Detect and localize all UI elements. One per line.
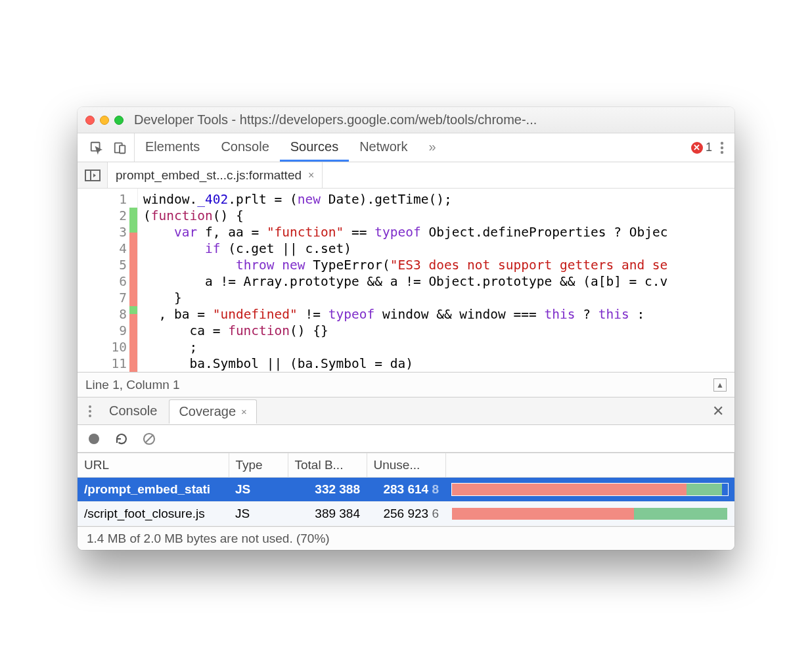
- coverage-summary: 1.4 MB of 2.0 MB bytes are not used. (70…: [78, 526, 734, 550]
- zoom-window-button[interactable]: [114, 116, 124, 125]
- table-row[interactable]: /prompt_embed_stati JS 332 388 283 614 8: [78, 478, 734, 502]
- record-button[interactable]: [87, 432, 101, 446]
- cell-viz: [445, 478, 734, 502]
- close-drawer-tab-icon[interactable]: ×: [241, 406, 247, 417]
- cell-url: /script_foot_closure.js: [78, 502, 229, 526]
- cell-total: 389 384: [288, 502, 367, 526]
- cell-type: JS: [229, 502, 288, 526]
- window-title: Developer Tools - https://developers.goo…: [134, 112, 727, 127]
- cell-url: /prompt_embed_stati: [78, 478, 229, 502]
- gutter: 1234567891011: [78, 189, 138, 372]
- svg-point-8: [89, 405, 91, 408]
- svg-rect-2: [120, 145, 125, 153]
- tab-elements[interactable]: Elements: [135, 133, 210, 162]
- error-count: 1: [706, 141, 712, 154]
- device-toggle-icon[interactable]: [113, 141, 127, 155]
- cell-total: 332 388: [288, 478, 367, 502]
- more-menu-icon[interactable]: [720, 141, 724, 155]
- navigator-toggle-icon[interactable]: [78, 162, 108, 188]
- table-row[interactable]: /script_foot_closure.js JS 389 384 256 9…: [78, 502, 734, 526]
- drawer-more-icon[interactable]: [83, 405, 97, 418]
- clear-button[interactable]: [142, 432, 156, 446]
- svg-point-9: [89, 410, 91, 413]
- col-viz: [445, 453, 734, 478]
- tabs-overflow-icon[interactable]: »: [418, 133, 447, 162]
- error-icon: ✕: [691, 142, 703, 154]
- code-content[interactable]: window._402.prlt = (new Date).getTime();…: [138, 189, 734, 372]
- tab-console[interactable]: Console: [210, 133, 279, 162]
- collapse-drawer-icon[interactable]: ▲: [713, 378, 727, 392]
- col-type[interactable]: Type: [229, 453, 288, 478]
- error-count-badge[interactable]: ✕ 1: [691, 141, 712, 154]
- editor-statusbar: Line 1, Column 1 ▲: [78, 373, 734, 397]
- svg-point-11: [89, 434, 99, 444]
- svg-rect-6: [85, 170, 100, 181]
- cell-viz: [445, 502, 734, 526]
- drawer-tab-coverage[interactable]: Coverage ×: [169, 399, 256, 424]
- table-header-row: URL Type Total B... Unuse...: [78, 453, 734, 478]
- code-editor[interactable]: 1234567891011 window._402.prlt = (new Da…: [78, 189, 734, 373]
- coverage-gutter: [129, 189, 137, 372]
- col-url[interactable]: URL: [78, 453, 229, 478]
- cell-unused: 283 614 8: [367, 478, 445, 502]
- coverage-summary-text: 1.4 MB of 2.0 MB bytes are not used. (70…: [87, 532, 330, 546]
- inspect-element-icon[interactable]: [89, 141, 104, 155]
- tab-sources[interactable]: Sources: [280, 133, 349, 162]
- coverage-table: URL Type Total B... Unuse... /prompt_emb…: [78, 453, 734, 526]
- window-controls: [85, 116, 124, 125]
- drawer-tab-console[interactable]: Console: [100, 399, 166, 422]
- minimize-window-button[interactable]: [100, 116, 109, 125]
- titlebar: Developer Tools - https://developers.goo…: [78, 107, 734, 133]
- col-total[interactable]: Total B...: [288, 453, 367, 478]
- file-tab-name: prompt_embed_st...c.js:formatted: [116, 168, 302, 183]
- close-window-button[interactable]: [85, 116, 95, 125]
- cell-unused: 256 923 6: [367, 502, 445, 526]
- svg-line-13: [146, 435, 153, 442]
- svg-point-3: [721, 141, 723, 144]
- devtools-window: Developer Tools - https://developers.goo…: [78, 107, 734, 550]
- close-drawer-icon[interactable]: ✕: [707, 403, 729, 420]
- svg-point-5: [721, 150, 723, 153]
- svg-point-4: [721, 146, 723, 148]
- file-tab[interactable]: prompt_embed_st...c.js:formatted ×: [108, 162, 323, 188]
- reload-button[interactable]: [114, 432, 129, 446]
- line-numbers: 1234567891011: [78, 189, 129, 372]
- col-unused[interactable]: Unuse...: [367, 453, 445, 478]
- coverage-controls: [78, 425, 734, 453]
- file-tab-bar: prompt_embed_st...c.js:formatted ×: [78, 162, 734, 189]
- panel-tabs: Elements Console Sources Network »: [135, 133, 447, 162]
- main-toolbar: Elements Console Sources Network » ✕ 1: [78, 133, 734, 162]
- drawer-tab-coverage-label: Coverage: [179, 404, 236, 419]
- cell-type: JS: [229, 478, 288, 502]
- cursor-position: Line 1, Column 1: [85, 378, 180, 392]
- tab-network[interactable]: Network: [349, 133, 418, 162]
- drawer-tabbar: Console Coverage × ✕: [78, 397, 734, 425]
- svg-point-10: [89, 415, 91, 417]
- close-file-tab-icon[interactable]: ×: [308, 170, 314, 181]
